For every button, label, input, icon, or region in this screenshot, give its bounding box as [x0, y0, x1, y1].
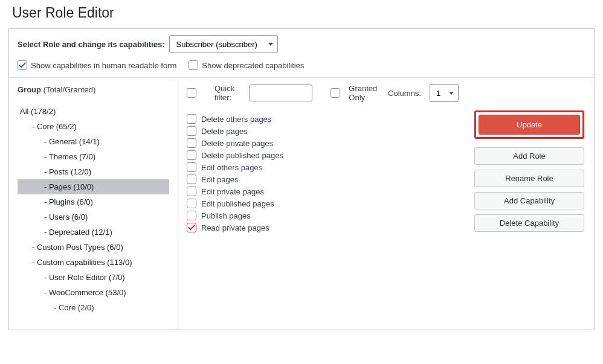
capability-checkbox[interactable]: [187, 150, 196, 160]
role-select-label: Select Role and change its capabilities:: [18, 40, 164, 49]
options-row: Show capabilities in human readable form…: [9, 58, 594, 77]
capability-checkbox[interactable]: [187, 162, 196, 172]
capability-item: Delete others pages: [187, 113, 459, 125]
columns-select[interactable]: 1: [430, 84, 459, 102]
capability-label: Read private pages: [201, 223, 269, 232]
group-item[interactable]: - Deprecated (12/1): [18, 225, 169, 240]
deprecated-checkbox[interactable]: [189, 60, 198, 70]
editor-panel: Select Role and change its capabilities:…: [8, 28, 595, 330]
capabilities-column: Quick filter: Granted Only Columns: 1 De…: [178, 78, 467, 330]
capability-item: Delete private pages: [187, 137, 459, 149]
capability-item: Publish pages: [187, 209, 459, 222]
capability-label: Edit pages: [201, 175, 238, 184]
delete-capability-button[interactable]: Delete Capability: [474, 214, 584, 232]
group-item[interactable]: - WooCommerce (53/0): [18, 285, 169, 300]
capability-label: Delete pages: [201, 127, 248, 136]
capability-label: Publish pages: [201, 211, 251, 220]
deprecated-label: Show deprecated capabilities: [202, 61, 304, 70]
capability-label: Edit published pages: [201, 199, 274, 208]
page-title: User Role Editor: [0, 0, 603, 28]
granted-only-checkbox[interactable]: [331, 88, 340, 98]
group-header: Group (Total/Granted): [18, 85, 169, 94]
role-select-row: Select Role and change its capabilities:…: [9, 29, 594, 58]
human-readable-checkbox[interactable]: [18, 60, 27, 70]
capability-item: Read private pages: [187, 222, 459, 234]
capability-label: Delete others pages: [201, 115, 271, 124]
capability-checkbox[interactable]: [187, 187, 196, 196]
capability-label: Delete private pages: [201, 139, 273, 148]
columns-label: Columns:: [388, 89, 421, 98]
group-item[interactable]: - Core (65/2): [18, 119, 169, 134]
capability-checkbox[interactable]: [187, 199, 196, 208]
group-item[interactable]: - Core (2/0): [18, 300, 169, 315]
quick-filter-input[interactable]: [249, 85, 312, 101]
capability-label: Edit others pages: [201, 163, 262, 172]
group-item[interactable]: - Plugins (6/0): [18, 194, 169, 209]
capability-label: Delete published pages: [201, 151, 283, 160]
capability-item: Edit pages: [187, 173, 459, 185]
filter-row: Quick filter: Granted Only Columns: 1: [187, 84, 459, 102]
update-button[interactable]: Update: [479, 115, 580, 135]
granted-only-label: Granted Only: [349, 84, 379, 102]
capability-label: Edit private pages: [201, 187, 264, 196]
update-highlight: Update: [474, 110, 584, 139]
select-all-checkbox[interactable]: [187, 88, 196, 98]
capability-checkbox[interactable]: [187, 138, 196, 148]
capability-item: Edit others pages: [187, 161, 459, 173]
capability-item: Edit private pages: [187, 185, 459, 197]
group-item[interactable]: - Custom Post Types (6/0): [18, 240, 169, 255]
human-readable-label: Show capabilities in human readable form: [31, 61, 176, 70]
add-capability-button[interactable]: Add Capability: [474, 192, 584, 209]
group-item[interactable]: - Custom capabilities (113/0): [18, 255, 169, 270]
group-tree: All (178/2)- Core (65/2)- General (14/1)…: [18, 104, 169, 315]
group-sidebar: Group (Total/Granted) All (178/2)- Core …: [9, 78, 178, 330]
group-item[interactable]: All (178/2): [18, 104, 169, 119]
add-role-button[interactable]: Add Role: [474, 147, 584, 165]
capability-list: Delete others pagesDelete pagesDelete pr…: [187, 113, 459, 234]
role-select[interactable]: Subscriber (subscriber): [169, 35, 278, 53]
capability-checkbox[interactable]: [187, 174, 196, 184]
actions-column: Update Add Role Rename Role Add Capabili…: [467, 78, 594, 330]
content-area: Quick filter: Granted Only Columns: 1 De…: [178, 78, 594, 330]
group-item[interactable]: - Themes (7/0): [18, 149, 169, 164]
capability-checkbox[interactable]: [187, 114, 196, 124]
capability-item: Delete published pages: [187, 149, 459, 161]
group-item[interactable]: - General (14/1): [18, 134, 169, 149]
group-item[interactable]: - Posts (12/0): [18, 164, 169, 179]
capability-item: Edit published pages: [187, 197, 459, 209]
group-item[interactable]: - User Role Editor (7/0): [18, 270, 169, 285]
group-item[interactable]: - Users (6/0): [18, 209, 169, 225]
capability-item: Delete pages: [187, 125, 459, 137]
capability-checkbox[interactable]: [187, 126, 196, 136]
capability-checkbox[interactable]: [187, 211, 196, 220]
quick-filter-label: Quick filter:: [214, 84, 240, 102]
group-item[interactable]: - Pages (10/0): [18, 179, 169, 194]
capability-checkbox[interactable]: [187, 223, 196, 232]
rename-role-button[interactable]: Rename Role: [474, 170, 584, 187]
main-area: Group (Total/Granted) All (178/2)- Core …: [9, 78, 594, 330]
